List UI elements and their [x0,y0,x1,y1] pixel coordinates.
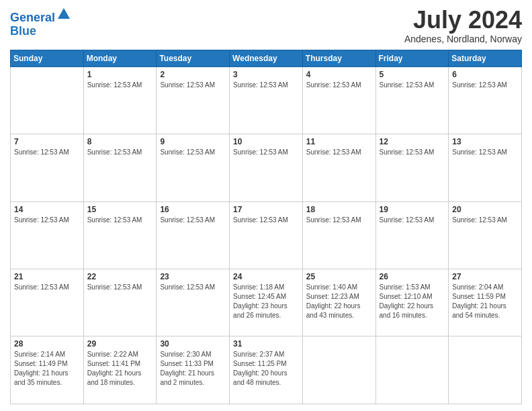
day-info: Sunrise: 12:53 AM [306,216,372,225]
day-info: Sunrise: 12:53 AM [306,148,372,157]
calendar-cell [302,336,375,404]
calendar-cell: 29Sunrise: 2:22 AMSunset: 11:41 PMDaylig… [83,336,157,404]
logo-icon [56,7,71,21]
day-info: Sunrise: 12:53 AM [380,81,445,90]
day-number: 12 [380,137,445,146]
calendar-cell: 30Sunrise: 2:30 AMSunset: 11:33 PMDaylig… [157,336,230,404]
calendar-cell: 13Sunrise: 12:53 AM [449,134,522,201]
day-number: 20 [452,205,518,214]
day-info: Sunrise: 12:53 AM [87,81,153,90]
calendar-cell [449,336,522,404]
calendar-week-row: 7Sunrise: 12:53 AM8Sunrise: 12:53 AM9Sun… [11,134,522,201]
day-number: 21 [14,272,80,281]
day-number: 10 [233,137,299,146]
day-number: 7 [14,137,80,146]
day-info: Sunrise: 2:04 AMSunset: 11:59 PMDaylight… [452,283,518,320]
calendar-cell: 24Sunrise: 1:18 AMSunset: 12:45 AMDaylig… [230,269,303,336]
month-title: July 2024 [404,7,522,34]
calendar-week-row: 21Sunrise: 12:53 AM22Sunrise: 12:53 AM23… [11,269,522,336]
calendar-cell [375,336,449,404]
title-block: July 2024 Andenes, Nordland, Norway [404,7,522,44]
day-info: Sunrise: 12:53 AM [380,216,445,225]
calendar-cell: 16Sunrise: 12:53 AM [157,201,230,269]
day-info: Sunrise: 12:53 AM [14,216,80,225]
calendar-cell: 8Sunrise: 12:53 AM [83,134,157,201]
col-monday: Monday [83,50,157,66]
calendar-week-row: 1Sunrise: 12:53 AM2Sunrise: 12:53 AM3Sun… [11,66,522,134]
day-number: 15 [87,205,153,214]
calendar-cell: 20Sunrise: 12:53 AM [449,201,522,269]
day-number: 16 [160,205,226,214]
calendar-cell: 10Sunrise: 12:53 AM [230,134,303,201]
day-number: 25 [306,272,372,281]
calendar-cell: 6Sunrise: 12:53 AM [449,66,522,134]
calendar-cell: 4Sunrise: 12:53 AM [302,66,375,134]
day-number: 26 [380,272,445,281]
day-info: Sunrise: 1:53 AMSunset: 12:10 AMDaylight… [380,283,445,320]
day-number: 6 [452,70,518,79]
logo: General Blue [10,9,71,38]
calendar-week-row: 28Sunrise: 2:14 AMSunset: 11:49 PMDaylig… [11,336,522,404]
day-info: Sunrise: 12:53 AM [160,148,226,157]
page: General Blue July 2024 Andenes, Nordland… [0,0,532,411]
day-info: Sunrise: 12:53 AM [160,81,226,90]
calendar-cell: 2Sunrise: 12:53 AM [157,66,230,134]
day-info: Sunrise: 12:53 AM [160,283,226,292]
logo-general: General [10,11,55,24]
calendar-cell: 19Sunrise: 12:53 AM [375,201,449,269]
calendar-cell: 26Sunrise: 1:53 AMSunset: 12:10 AMDaylig… [375,269,449,336]
day-info: Sunrise: 12:53 AM [306,81,372,90]
day-number: 5 [380,70,445,79]
day-number: 29 [87,339,153,349]
col-saturday: Saturday [449,50,522,66]
day-number: 4 [306,70,372,79]
day-number: 19 [380,205,445,214]
day-number: 14 [14,205,80,214]
day-info: Sunrise: 12:53 AM [14,283,80,292]
day-number: 23 [160,272,226,281]
day-info: Sunrise: 12:53 AM [452,216,518,225]
day-number: 27 [452,272,518,281]
day-info: Sunrise: 2:30 AMSunset: 11:33 PMDaylight… [160,350,226,387]
day-number: 3 [233,70,299,79]
day-info: Sunrise: 12:53 AM [233,148,299,157]
location: Andenes, Nordland, Norway [404,34,522,44]
day-info: Sunrise: 2:37 AMSunset: 11:25 PMDaylight… [233,350,299,387]
day-info: Sunrise: 12:53 AM [380,148,445,157]
day-number: 8 [87,137,153,146]
calendar-header-row: Sunday Monday Tuesday Wednesday Thursday… [11,50,522,66]
calendar-cell: 7Sunrise: 12:53 AM [11,134,84,201]
calendar-table: Sunday Monday Tuesday Wednesday Thursday… [10,50,522,404]
day-info: Sunrise: 12:53 AM [87,283,153,292]
calendar-cell: 9Sunrise: 12:53 AM [157,134,230,201]
calendar-cell: 21Sunrise: 12:53 AM [11,269,84,336]
day-info: Sunrise: 12:53 AM [14,148,80,157]
calendar-cell: 15Sunrise: 12:53 AM [83,201,157,269]
col-friday: Friday [375,50,449,66]
calendar-cell: 3Sunrise: 12:53 AM [230,66,303,134]
day-info: Sunrise: 2:22 AMSunset: 11:41 PMDaylight… [87,350,153,387]
day-info: Sunrise: 12:53 AM [87,216,153,225]
calendar-cell: 5Sunrise: 12:53 AM [375,66,449,134]
calendar-cell: 14Sunrise: 12:53 AM [11,201,84,269]
col-thursday: Thursday [302,50,375,66]
calendar-cell: 17Sunrise: 12:53 AM [230,201,303,269]
calendar-cell: 18Sunrise: 12:53 AM [302,201,375,269]
day-info: Sunrise: 12:53 AM [233,81,299,90]
calendar-cell: 25Sunrise: 1:40 AMSunset: 12:23 AMDaylig… [302,269,375,336]
header: General Blue July 2024 Andenes, Nordland… [10,7,522,44]
svg-marker-0 [58,8,70,19]
day-number: 30 [160,339,226,349]
day-number: 11 [306,137,372,146]
day-info: Sunrise: 12:53 AM [452,81,518,90]
logo-text: General [10,9,71,25]
calendar-cell: 23Sunrise: 12:53 AM [157,269,230,336]
day-number: 17 [233,205,299,214]
day-number: 22 [87,272,153,281]
calendar-cell [11,66,84,134]
calendar-cell: 1Sunrise: 12:53 AM [83,66,157,134]
day-number: 28 [14,339,80,349]
day-info: Sunrise: 12:53 AM [87,148,153,157]
day-number: 9 [160,137,226,146]
day-info: Sunrise: 12:53 AM [452,148,518,157]
